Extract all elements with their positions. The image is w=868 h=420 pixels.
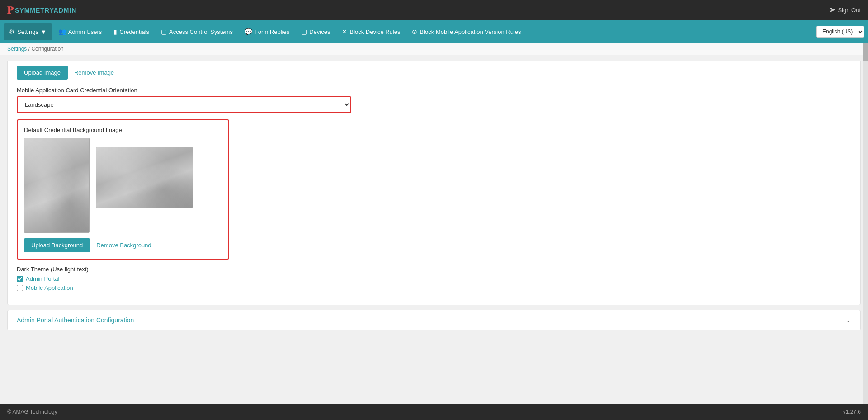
mobile-app-label[interactable]: Mobile Application [26, 284, 73, 291]
chevron-down-icon: ⌄ [846, 316, 851, 324]
admin-portal-checkbox[interactable] [17, 276, 23, 282]
nav-devices[interactable]: ▢ Devices [296, 23, 335, 40]
logo-text: SYMMETRYADMIN [15, 7, 76, 14]
breadcrumb-configuration: Configuration [31, 46, 63, 52]
admin-portal-checkbox-row: Admin Portal [17, 275, 851, 282]
footer-copyright: © AMAG Technology [7, 409, 57, 415]
settings-icon: ⚙ [9, 28, 15, 35]
nav-credentials[interactable]: ▮ Credentials [108, 23, 155, 40]
admin-portal-auth-section[interactable]: Admin Portal Authentication Configuratio… [7, 310, 861, 330]
language-select[interactable]: English (US) [816, 26, 864, 38]
bg-actions: Upload Background Remove Background [24, 238, 222, 252]
sign-out-button[interactable]: ⮞ Sign Out [830, 7, 861, 14]
mobile-app-checkbox[interactable] [17, 285, 23, 291]
nav-access-control-systems[interactable]: ▢ Access Control Systems [156, 23, 238, 40]
nav-admin-users[interactable]: 👥 Admin Users [53, 23, 107, 40]
credentials-icon: ▮ [113, 28, 117, 35]
logo: 𝐏 SYMMETRYADMIN [7, 5, 76, 15]
scroll-indicator[interactable] [863, 43, 868, 404]
nav-form-replies[interactable]: 💬 Form Replies [239, 23, 295, 40]
config-card: Upload Image Remove Image Mobile Applica… [7, 61, 861, 305]
bg-images-row [24, 138, 222, 233]
top-bar: 𝐏 SYMMETRYADMIN ⮞ Sign Out [0, 0, 868, 20]
settings-dropdown-icon: ▼ [41, 28, 47, 35]
bg-image-title: Default Credential Background Image [24, 127, 222, 133]
form-replies-icon: 💬 [245, 28, 252, 35]
footer: © AMAG Technology v1.27.6 [0, 404, 868, 420]
block-mobile-icon: ⊘ [412, 28, 417, 35]
dark-theme-label: Dark Theme (Use light text) [17, 266, 851, 273]
dark-theme-section: Dark Theme (Use light text) Admin Portal… [17, 266, 851, 291]
admin-portal-label[interactable]: Admin Portal [26, 275, 59, 282]
logo-icon: 𝐏 [7, 5, 13, 15]
sign-out-icon: ⮞ [830, 7, 835, 14]
upload-image-button[interactable]: Upload Image [17, 66, 68, 80]
orientation-field: Mobile Application Card Credential Orien… [17, 87, 851, 119]
admin-portal-auth-title: Admin Portal Authentication Configuratio… [17, 316, 134, 324]
upload-background-button[interactable]: Upload Background [24, 238, 90, 252]
upload-image-section: Upload Image Remove Image [17, 66, 851, 80]
nav-block-mobile[interactable]: ⊘ Block Mobile Application Version Rules [406, 23, 526, 40]
breadcrumb: Settings / Configuration [0, 43, 868, 55]
nav-right: English (US) [816, 26, 864, 38]
bg-image-portrait [24, 138, 90, 233]
access-control-icon: ▢ [161, 28, 167, 35]
admin-users-icon: 👥 [58, 28, 66, 35]
nav-settings[interactable]: ⚙ Settings ▼ [4, 23, 52, 40]
orientation-select[interactable]: Landscape Portrait [17, 96, 351, 113]
bg-image-box: Default Credential Background Image Uplo… [17, 119, 229, 260]
scroll-thumb[interactable] [863, 43, 868, 61]
main-content: Upload Image Remove Image Mobile Applica… [0, 55, 868, 404]
nav-bar: ⚙ Settings ▼ 👥 Admin Users ▮ Credentials… [0, 20, 868, 43]
nav-block-device-rules[interactable]: ✕ Block Device Rules [336, 23, 406, 40]
block-device-icon: ✕ [342, 28, 347, 35]
mobile-app-checkbox-row: Mobile Application [17, 284, 851, 291]
bg-image-landscape [96, 147, 193, 208]
footer-version: v1.27.6 [843, 409, 861, 415]
breadcrumb-settings[interactable]: Settings [7, 46, 27, 52]
devices-icon: ▢ [301, 28, 307, 35]
remove-background-button[interactable]: Remove Background [94, 238, 153, 252]
orientation-label: Mobile Application Card Credential Orien… [17, 87, 851, 94]
remove-image-button[interactable]: Remove Image [72, 66, 116, 80]
